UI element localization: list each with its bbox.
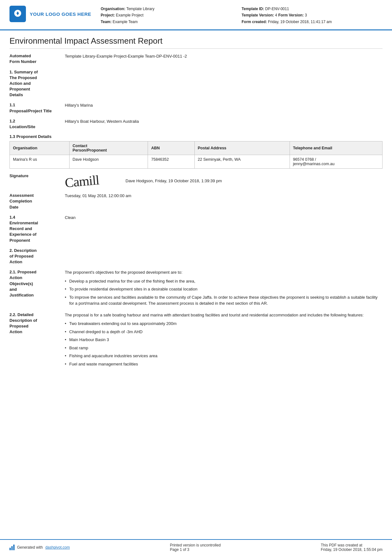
section2-1-bullets: Develop a protected marina for the use o… <box>65 277 383 308</box>
template-version-label: Template Version: <box>242 13 274 17</box>
section1-3-block: 1.3 Proponent Details Organisation Conta… <box>9 134 383 169</box>
project-value: Example Project <box>116 13 144 17</box>
section1-4-value: Clean <box>65 215 383 221</box>
template-version-value: 4 <box>275 13 277 17</box>
assessment-value: Tuesday, 01 May 2018, 12:00:00 am <box>65 193 383 199</box>
header-meta-right: Template ID: DP-ENV-0011 Template Versio… <box>242 6 383 25</box>
section2-label: 2. Description of Proposed Action <box>9 248 65 265</box>
table-header-row: Organisation ContactPerson/Proponent ABN… <box>10 141 383 155</box>
org-label: Organisation: <box>101 7 126 11</box>
proponent-table: Organisation ContactPerson/Proponent ABN… <box>9 141 383 169</box>
bullet-item: Boat ramp <box>65 344 383 352</box>
col-contact: ContactPerson/Proponent <box>69 141 148 155</box>
section1-label: 1. Summary of The Proposed Action and Pr… <box>9 69 65 98</box>
col-telephone: Telephone and Email <box>290 141 382 155</box>
col-abn: ABN <box>148 141 194 155</box>
section2-1-intro: The proponent's objectives for the propo… <box>65 269 383 276</box>
section2-2-bullets: Two breakwaters extending out to sea app… <box>65 320 383 368</box>
bullet-item: Develop a protected marina for the use o… <box>65 277 383 285</box>
template-id-label: Template ID: <box>242 7 264 11</box>
header-meta-left: Organisation: Template Library Project: … <box>101 6 242 25</box>
section1-2-label: 1.2 Location/Site <box>9 118 65 130</box>
logo-icon <box>9 6 26 22</box>
bullet-item: Fuel and waste management facilities <box>65 360 383 368</box>
form-number-label: Automated Form Number <box>9 53 65 65</box>
section1-3-label: 1.3 Proponent Details <box>9 134 383 139</box>
header-meta: Organisation: Template Library Project: … <box>101 6 383 25</box>
footer-left: Generated with dashpivot.com <box>9 545 70 550</box>
logo-svg <box>13 9 23 19</box>
team-line: Team: Example Team <box>101 19 242 25</box>
bullet-item: To improve the services and facilities a… <box>65 293 383 308</box>
section2-1-row: 2.1. Proposed Action Objective(s) and Ju… <box>9 269 383 308</box>
signature-name: Dave Hodgson, Friday, 19 October 2018, 1… <box>126 178 222 183</box>
cell-organisation: Marina's R us <box>10 155 70 169</box>
cell-abn: 75846352 <box>148 155 194 169</box>
project-line: Project: Example Project <box>101 12 242 18</box>
footer-logo-icon <box>9 545 15 550</box>
signature-image: Camill <box>64 171 116 190</box>
printed-text: Printed version is uncontrolled <box>170 543 221 547</box>
generated-text: Generated with <box>17 545 43 550</box>
team-label: Team: <box>101 20 112 24</box>
template-id-value: DP-ENV-0011 <box>265 7 289 11</box>
section2-2-label: 2.2. Detailed Description of Proposed Ac… <box>9 312 65 335</box>
template-version-line: Template Version: 4 Form Version: 3 <box>242 12 383 18</box>
header: YOUR LOGO GOES HERE Organisation: Templa… <box>0 0 392 30</box>
pdf-date: Friday, 19 October 2018, 1:55:04 pm <box>321 547 383 552</box>
form-number-value: Template Library-Example Project-Example… <box>65 53 383 59</box>
section2-2-intro: The proposal is for a safe boating harbo… <box>65 312 383 318</box>
section2-row: 2. Description of Proposed Action <box>9 248 383 265</box>
section1-4-row: 1.4 Environmental Record and Experience … <box>9 215 383 243</box>
bar1 <box>9 548 11 550</box>
form-version-value: 3 <box>305 13 307 17</box>
pdf-text: This PDF was created at <box>321 543 383 547</box>
cell-telephone: 96574 0768 / jenny@marinas.com.au <box>290 155 382 169</box>
footer-right: This PDF was created at Friday, 19 Octob… <box>321 543 383 552</box>
main-content: Environmental Impact Assessment Report A… <box>0 30 392 539</box>
page: YOUR LOGO GOES HERE Organisation: Templa… <box>0 0 392 555</box>
form-number-row: Automated Form Number Template Library-E… <box>9 53 383 65</box>
section1-row: 1. Summary of The Proposed Action and Pr… <box>9 69 383 98</box>
org-line: Organisation: Template Library <box>101 6 242 12</box>
footer-site-link[interactable]: dashpivot.com <box>45 545 70 550</box>
bar3 <box>13 545 15 550</box>
section1-2-value: Hillary's Boat Harbour, Western Australi… <box>65 118 383 125</box>
col-organisation: Organisation <box>10 141 70 155</box>
form-created-value: Friday, 19 October 2018, 11:41:17 am <box>268 20 332 24</box>
form-version-label: Form Version: <box>278 13 304 17</box>
table-head: Organisation ContactPerson/Proponent ABN… <box>10 141 383 155</box>
assessment-row: Assessment Completion Date Tuesday, 01 M… <box>9 193 383 210</box>
form-created-label: Form created: <box>242 20 267 24</box>
bullet-item: Fishing and aquaculture industries servi… <box>65 352 383 360</box>
bullet-item: To provide residential development sites… <box>65 285 383 293</box>
page-text: Page 1 of 3 <box>170 547 221 552</box>
team-value: Example Team <box>113 20 138 24</box>
section1-4-label: 1.4 Environmental Record and Experience … <box>9 215 65 243</box>
template-id-line: Template ID: DP-ENV-0011 <box>242 6 383 12</box>
signature-label: Signature <box>9 173 65 179</box>
project-label: Project: <box>101 13 115 17</box>
section1-1-row: 1.1 Proposal/Project Title Hillary's Mar… <box>9 102 383 114</box>
section2-2-row: 2.2. Detailed Description of Proposed Ac… <box>9 312 383 368</box>
assessment-label: Assessment Completion Date <box>9 193 65 210</box>
section1-2-row: 1.2 Location/Site Hillary's Boat Harbour… <box>9 118 383 130</box>
section1-1-value: Hillary's Marina <box>65 102 383 109</box>
cell-contact: Dave Hodgson <box>69 155 148 169</box>
report-title: Environmental Impact Assessment Report <box>9 36 383 49</box>
footer-center: Printed version is uncontrolled Page 1 o… <box>170 543 221 552</box>
section2-2-content: The proposal is for a safe boating harbo… <box>65 312 383 368</box>
logo-text: YOUR LOGO GOES HERE <box>30 11 91 17</box>
table-row: Marina's R us Dave Hodgson 75846352 22 S… <box>10 155 383 169</box>
signature-row: Signature Camill Dave Hodgson, Friday, 1… <box>9 173 383 188</box>
org-value: Template Library <box>126 7 155 11</box>
section2-1-label: 2.1. Proposed Action Objective(s) and Ju… <box>9 269 65 298</box>
signature-area: Camill Dave Hodgson, Friday, 19 October … <box>65 173 222 188</box>
cell-postal: 22 Seminyak, Perth, WA <box>194 155 290 169</box>
bullet-item: Channel dredged to a depth of -3m AHD <box>65 328 383 336</box>
logo-area: YOUR LOGO GOES HERE <box>9 6 91 22</box>
bullet-item: Two breakwaters extending out to sea app… <box>65 320 383 328</box>
form-created-line: Form created: Friday, 19 October 2018, 1… <box>242 19 383 25</box>
table-body: Marina's R us Dave Hodgson 75846352 22 S… <box>10 155 383 169</box>
bar2 <box>11 546 13 550</box>
